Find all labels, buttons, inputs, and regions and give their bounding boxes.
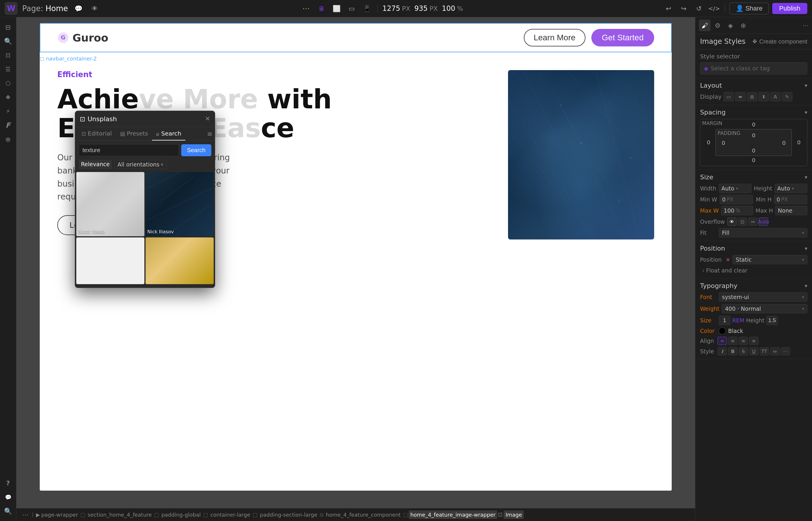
overflow-auto[interactable]: Auto: [759, 218, 768, 226]
desktop-icon[interactable]: 🖥: [315, 3, 327, 14]
eye-icon[interactable]: 👁: [89, 3, 101, 14]
align-center[interactable]: ≡: [728, 337, 738, 345]
position-title[interactable]: Position ▾: [700, 245, 807, 252]
font-select[interactable]: system-ui ▾: [719, 292, 807, 302]
breadcrumb-padding[interactable]: padding-global: [159, 511, 202, 519]
unsplash-search-input[interactable]: [79, 144, 179, 156]
unsplash-close-button[interactable]: ✕: [205, 115, 210, 123]
brush-tab[interactable]: 🖌: [699, 20, 710, 31]
display-grid[interactable]: ⊞: [747, 92, 757, 101]
spacing-icon[interactable]: ⇔: [770, 347, 779, 356]
strikethrough-icon[interactable]: S: [739, 347, 748, 356]
breadcrumb-section[interactable]: section_home_4_feature: [86, 511, 153, 519]
unsplash-photo-3[interactable]: [76, 237, 144, 284]
redo-icon[interactable]: ↪: [678, 3, 689, 14]
sidebar-assets[interactable]: ⬡: [2, 77, 15, 90]
size-title[interactable]: Size ▾: [700, 174, 807, 181]
overflow-hidden[interactable]: ⊡: [738, 218, 747, 226]
min-w-input[interactable]: 0 PX: [720, 195, 753, 204]
align-left[interactable]: ≡: [718, 337, 727, 345]
uppercase-icon[interactable]: TT: [760, 347, 769, 356]
breadcrumb-padding-section[interactable]: padding-section-large: [258, 511, 319, 519]
unsplash-photo-1[interactable]: Scott Webb: [76, 172, 144, 236]
w-logo[interactable]: W: [5, 2, 18, 15]
refresh-icon[interactable]: ↺: [693, 3, 705, 14]
layout-title[interactable]: Layout ▾: [700, 82, 807, 89]
more-style-icon[interactable]: ⋯: [781, 347, 790, 356]
sidebar-help[interactable]: ?: [2, 477, 15, 490]
underline-icon[interactable]: U: [749, 347, 758, 356]
display-flex-h[interactable]: ⬌: [735, 92, 746, 101]
more-tab[interactable]: ⊕: [738, 20, 749, 31]
padding-right-input[interactable]: [778, 140, 790, 146]
breadcrumb-container[interactable]: container-large: [209, 511, 252, 519]
breadcrumb-image[interactable]: Image: [504, 511, 523, 519]
padding-top-input[interactable]: [748, 132, 760, 139]
sidebar-apps[interactable]: ⊕: [2, 133, 15, 146]
code-icon[interactable]: </>: [708, 3, 720, 14]
margin-top-input[interactable]: [748, 121, 760, 128]
bold-icon[interactable]: B: [728, 347, 738, 356]
undo-icon[interactable]: ↩: [663, 3, 674, 14]
sidebar-interactions[interactable]: ⚡: [2, 105, 15, 118]
unsplash-photo-2[interactable]: Nick Iliasov: [146, 172, 214, 236]
line-height-input[interactable]: [766, 316, 778, 325]
unsplash-search-button[interactable]: Search: [181, 144, 211, 156]
color-picker[interactable]: Black: [719, 327, 807, 334]
width-input[interactable]: Auto ▾: [719, 184, 751, 193]
unsplash-photo-4[interactable]: [146, 237, 214, 284]
tablet-h-icon[interactable]: ⬜: [330, 3, 342, 14]
height-input[interactable]: Auto ▾: [775, 184, 807, 193]
sidebar-feedback[interactable]: 💬: [2, 491, 15, 503]
sidebar-components[interactable]: ❖: [2, 91, 15, 104]
tablet-v-icon[interactable]: ▭: [346, 3, 358, 14]
panel-more-icon[interactable]: ⋯: [803, 22, 809, 29]
mobile-icon[interactable]: 📱: [361, 3, 373, 14]
sidebar-pages[interactable]: ⊟: [2, 21, 15, 33]
search-tab[interactable]: ⌕ Search: [152, 127, 185, 140]
breadcrumb-component[interactable]: home_4_feature_component: [324, 511, 403, 519]
overflow-scroll-h[interactable]: ↔: [748, 218, 757, 226]
margin-left-input[interactable]: [703, 139, 714, 146]
display-none[interactable]: A: [770, 92, 781, 101]
position-select[interactable]: Static ▾: [732, 255, 807, 264]
overflow-visible[interactable]: 👁: [727, 218, 736, 226]
align-justify[interactable]: ≡: [749, 337, 758, 345]
display-block[interactable]: ▭: [723, 92, 734, 101]
spacing-title[interactable]: Spacing ▾: [700, 109, 807, 116]
share-button[interactable]: 👤 Share: [730, 3, 769, 14]
breadcrumb-dots[interactable]: ⋯: [20, 510, 31, 520]
align-right[interactable]: ≡: [739, 337, 748, 345]
sidebar-cms[interactable]: ⊡: [2, 49, 15, 62]
presets-tab[interactable]: ▤ Presets: [116, 127, 152, 140]
max-h-input[interactable]: None: [775, 206, 807, 215]
learn-more-nav-button[interactable]: Learn More: [524, 29, 585, 46]
sidebar-font[interactable]: F: [2, 119, 15, 132]
italic-icon[interactable]: I: [718, 347, 727, 356]
margin-bottom-input[interactable]: [748, 157, 760, 163]
display-edit[interactable]: ✎: [782, 92, 792, 101]
style-tab[interactable]: ◈: [725, 20, 736, 31]
chat-icon[interactable]: 💬: [72, 3, 84, 14]
unsplash-menu[interactable]: ≡: [207, 130, 213, 138]
orientation-filter[interactable]: All orientations ▾: [114, 160, 167, 169]
weight-select[interactable]: 400 · Normal ▾: [722, 304, 807, 313]
create-component-button[interactable]: ❖ Create component: [752, 38, 807, 45]
relevance-filter[interactable]: Relevance: [79, 160, 112, 169]
font-size-input[interactable]: [719, 316, 730, 325]
max-w-input[interactable]: 100 %: [721, 206, 753, 215]
sidebar-ecommerce[interactable]: ☰: [2, 63, 15, 76]
margin-right-input[interactable]: [793, 139, 805, 146]
editorial-tab[interactable]: ⊡ Editorial: [78, 127, 116, 140]
get-started-button[interactable]: Get Started: [591, 29, 654, 46]
breadcrumb-page-wrapper[interactable]: ▶ page-wrapper: [34, 511, 80, 519]
style-selector-input[interactable]: ◈ Select a class or tag: [700, 62, 807, 74]
float-clear-row[interactable]: › Float and clear: [700, 266, 807, 275]
dots-menu[interactable]: ⋯: [300, 3, 312, 14]
sidebar-search[interactable]: 🔍: [2, 35, 15, 48]
breadcrumb-image-wrapper[interactable]: home_4_feature_image-wrapper: [409, 511, 497, 519]
fit-select[interactable]: Fill ▾: [719, 228, 807, 237]
publish-button[interactable]: Publish: [772, 3, 807, 14]
settings-tab[interactable]: ⚙: [712, 20, 723, 31]
min-h-input[interactable]: 0 PX: [774, 195, 807, 204]
